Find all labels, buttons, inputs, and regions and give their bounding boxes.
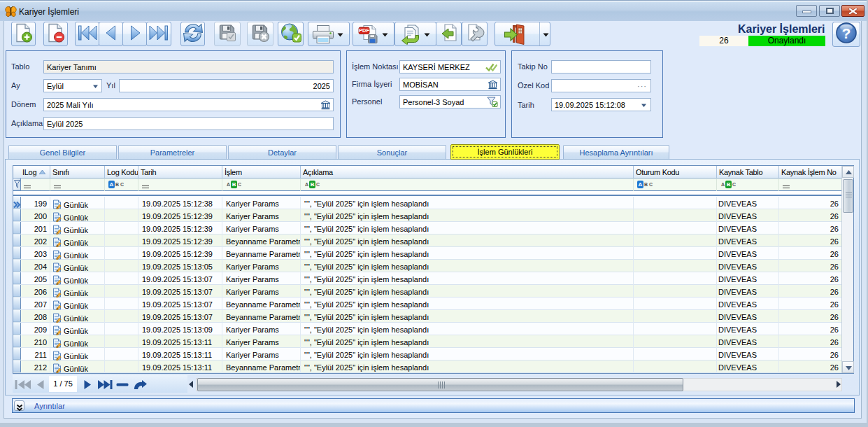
svg-text:PDF: PDF — [359, 27, 369, 34]
svg-text:?: ? — [842, 25, 851, 41]
